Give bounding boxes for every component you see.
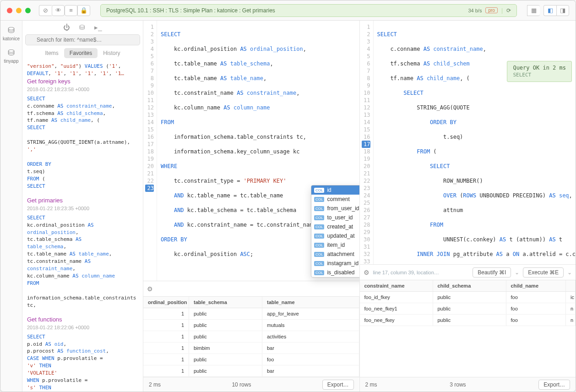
beautify-button[interactable]: Beautify ⌘I xyxy=(473,267,511,278)
connection-rail: ⛁ katonice ⛁ tinyapp xyxy=(0,21,22,392)
table-row[interactable]: 1publicfoo xyxy=(143,354,359,365)
editor-pane-right: 1234567891011121314151617181920212223242… xyxy=(360,21,576,392)
export-button[interactable]: Export… xyxy=(538,380,570,390)
results-header-right: constraint_name child_schema child_name xyxy=(360,280,576,292)
search-input[interactable] xyxy=(25,34,140,45)
export-button[interactable]: Export… xyxy=(322,380,354,390)
autocomplete-item[interactable]: COLidint4 xyxy=(311,185,360,195)
fav-title: Get primaries xyxy=(27,196,138,205)
table-row[interactable]: foo_nee_fkey1publicfoon xyxy=(360,303,576,315)
toolbar-group-right: ▦ xyxy=(527,5,540,16)
favorites-list[interactable]: "version", "uuid") VALUES ('1', DEFAULT,… xyxy=(22,61,143,392)
fav-title: Get foreign keys xyxy=(27,77,138,86)
results-body-left[interactable]: 1publicapp_for_leave1publicmutuals1publi… xyxy=(143,308,359,377)
col-table-name[interactable]: table_name xyxy=(262,297,359,308)
table-row[interactable]: 1publicactivities xyxy=(143,331,359,343)
toast-sub: SELECT xyxy=(513,71,566,79)
col-overflow xyxy=(566,280,576,291)
minimize-icon[interactable] xyxy=(16,8,22,13)
power-icon[interactable]: ⏻ xyxy=(63,23,70,32)
database-icon[interactable]: ⛁ xyxy=(79,23,85,32)
titlebar: ⊘ 👁 ≡ 🔒 PostgreSQL 10.1 : SSH : TLS : Si… xyxy=(0,0,576,21)
tab-favorites[interactable]: Favorites xyxy=(64,48,98,58)
autocomplete-item[interactable]: COLattachmentbytea xyxy=(311,250,360,259)
col-child-schema[interactable]: child_schema xyxy=(433,280,506,291)
eye-icon[interactable]: 👁 xyxy=(52,5,65,16)
database-icon: ⛁ xyxy=(8,25,15,35)
autocomplete-item[interactable]: COLinstagram_idvarchar xyxy=(311,259,360,268)
col-child-name[interactable]: child_name xyxy=(506,280,566,291)
results-body-right[interactable]: foo_id_fkeypublicfooicfoo_nee_fkey1publi… xyxy=(360,292,576,377)
sidebar-tabs: Items Favorites History xyxy=(22,48,143,58)
terminal-icon[interactable]: ▸_ xyxy=(94,23,102,32)
rail-item-katonice[interactable]: ⛁ katonice xyxy=(3,25,20,41)
execute-button[interactable]: Execute ⌘E xyxy=(523,267,564,278)
results-footer-left: 2 ms 10 rows Export… xyxy=(143,377,359,392)
editor-toolbar-right: ⚙ line 17, column 39, location… Beautify… xyxy=(360,264,576,280)
grid-view-icon[interactable]: ▦ xyxy=(527,5,540,16)
fav-date: 2018-01-22 18:23:35 +0000 xyxy=(27,205,138,212)
connection-text: PostgreSQL 10.1 : SSH : TLS : Simple Pla… xyxy=(106,7,464,14)
autocomplete-item[interactable]: COLto_user_idint4 xyxy=(311,213,360,222)
code-editor-right[interactable]: 1234567891011121314151617181920212223242… xyxy=(360,21,576,264)
fragment-top: "version", "uuid") VALUES ('1', DEFAULT,… xyxy=(27,63,138,77)
editor-area: 1234567891011121314151617181920212223 SE… xyxy=(143,21,576,392)
gear-icon[interactable]: ⚙ xyxy=(364,269,370,276)
window-controls xyxy=(7,8,31,13)
table-row[interactable]: 1publicbar xyxy=(143,365,359,377)
sidebar: ⏻ ⛁ ▸_ Items Favorites History "version"… xyxy=(22,21,143,392)
table-row[interactable]: 1publicapp_for_leave xyxy=(143,308,359,320)
gear-icon[interactable]: ⚙ xyxy=(147,285,153,293)
database-icon: ⛁ xyxy=(8,48,15,58)
autocomplete-item[interactable]: COLitem_idint4 xyxy=(311,240,360,250)
gutter-right: 1234567891011121314151617181920212223242… xyxy=(360,21,374,264)
table-row[interactable]: foo_id_fkeypublicfooic xyxy=(360,292,576,303)
toolbar-group-left: ⊘ 👁 ≡ 🔒 xyxy=(39,5,90,16)
fav-date: 2018-01-22 18:23:58 +0000 xyxy=(27,86,138,93)
result-count: 10 rows xyxy=(232,381,251,388)
autocomplete-item[interactable]: COLupdated_attimestamp xyxy=(311,231,360,240)
refresh-icon[interactable]: ⟳ xyxy=(506,7,511,14)
autocomplete-popup[interactable]: COLidint4COLcommentvarcharCOLfrom_user_i… xyxy=(311,185,360,278)
cursor-status: line 17, column 39, location… xyxy=(373,270,469,275)
tab-items[interactable]: Items xyxy=(39,48,64,58)
connection-banner: PostgreSQL 10.1 : SSH : TLS : Simple Pla… xyxy=(100,4,517,17)
sidebar-left-icon[interactable]: ◧ xyxy=(543,5,556,16)
table-row[interactable]: 1bimbimbar xyxy=(143,343,359,354)
chevron-down-icon[interactable]: ⌄ xyxy=(515,269,519,276)
close-icon[interactable] xyxy=(7,8,12,13)
divider: | xyxy=(501,7,503,14)
fav-get-functions[interactable]: Get functions 2018-01-22 18:22:06 +0000 … xyxy=(27,316,138,392)
fav-date: 2018-01-22 18:22:06 +0000 xyxy=(27,324,138,332)
lock-icon[interactable]: 🔒 xyxy=(77,5,90,16)
cancel-icon[interactable]: ⊘ xyxy=(39,5,52,16)
rail-item-tinyapp[interactable]: ⛁ tinyapp xyxy=(4,48,18,64)
rail-label: tinyapp xyxy=(4,59,18,64)
results-header-left: ordinal_position table_schema table_name xyxy=(143,297,359,308)
autocomplete-item[interactable]: COLis_disabledbool xyxy=(311,268,360,277)
col-ordinal-position[interactable]: ordinal_position xyxy=(143,297,189,308)
tab-history[interactable]: History xyxy=(98,48,125,58)
zoom-icon[interactable] xyxy=(25,8,31,13)
toast-main: Query OK in 2 ms xyxy=(513,64,566,71)
chevron-down-icon[interactable]: ⌄ xyxy=(567,269,572,276)
code-lines-right[interactable]: SELECT c.conname AS constraint_name, tf.… xyxy=(374,21,576,264)
query-status-toast: Query OK in 2 ms SELECT xyxy=(507,61,572,82)
fav-get-foreign-keys[interactable]: Get foreign keys 2018-01-22 18:23:58 +00… xyxy=(27,77,138,190)
table-row[interactable]: 1publicmutuals xyxy=(143,320,359,331)
gutter-left: 1234567891011121314151617181920212223 xyxy=(143,21,157,281)
col-table-schema[interactable]: table_schema xyxy=(189,297,262,308)
sidebar-icon-row: ⏻ ⛁ ▸_ xyxy=(22,21,143,34)
fav-title: Get functions xyxy=(27,316,138,324)
list-icon[interactable]: ≡ xyxy=(65,5,77,16)
rail-label: katonice xyxy=(3,36,20,41)
result-time: 2 ms xyxy=(365,381,377,388)
fav-get-primaries[interactable]: Get primaries 2018-01-22 18:23:35 +0000 … xyxy=(27,196,138,309)
col-constraint-name[interactable]: constraint_name xyxy=(360,280,433,291)
result-count: 3 rows xyxy=(450,381,466,388)
table-row[interactable]: foo_nee_fkeypublicfoon xyxy=(360,315,576,326)
autocomplete-item[interactable]: COLfrom_user_idint4 xyxy=(311,204,360,213)
sidebar-right-icon[interactable]: ◨ xyxy=(556,5,569,16)
autocomplete-item[interactable]: COLcommentvarchar xyxy=(311,195,360,204)
autocomplete-item[interactable]: COLcreated_attimestamp xyxy=(311,222,360,231)
